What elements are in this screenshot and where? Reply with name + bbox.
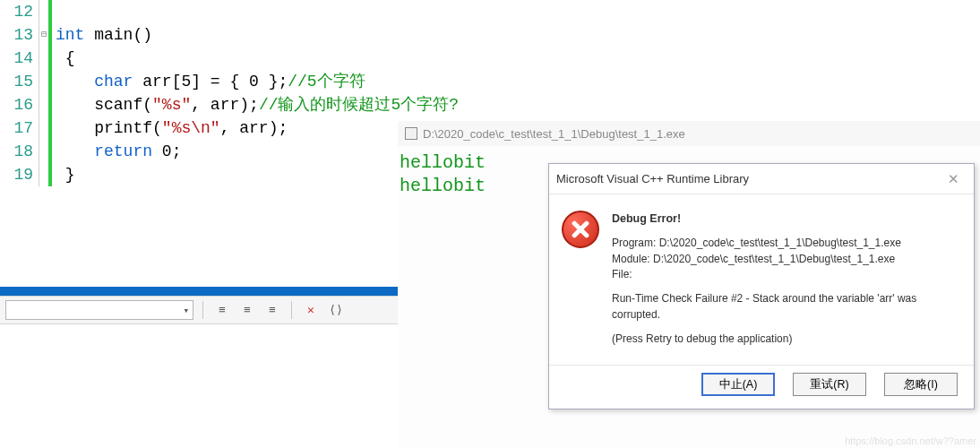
code-line: [56, 0, 459, 23]
clear-button[interactable]: ✕: [301, 300, 321, 320]
fold-toggle-icon[interactable]: ⊟: [39, 23, 48, 47]
code-line: {: [56, 47, 459, 70]
line-number: 12: [0, 0, 33, 23]
output-filter-dropdown[interactable]: ▾: [5, 300, 193, 320]
toolbar-separator: [202, 301, 203, 319]
code-line: char arr[5] = { 0 };//5个字符: [56, 70, 459, 93]
dialog-retry-hint: (Press Retry to debug the application): [612, 332, 961, 347]
close-button[interactable]: ✕: [940, 168, 967, 190]
ignore-button[interactable]: 忽略(I): [884, 373, 958, 396]
retry-button-label: 重试(R): [810, 377, 848, 392]
dialog-button-row: 中止(A) 重试(R) 忽略(I): [549, 365, 974, 409]
dialog-title-text: Microsoft Visual C++ Runtime Library: [556, 172, 749, 185]
error-icon: [562, 211, 599, 248]
line-number: 15: [0, 70, 33, 93]
line-number: 19: [0, 163, 33, 186]
dialog-titlebar[interactable]: Microsoft Visual C++ Runtime Library ✕: [549, 164, 974, 194]
code-line: scanf("%s", arr);//输入的时候超过5个字符?: [56, 93, 459, 116]
line-number: 13: [0, 23, 33, 47]
toolbar-button[interactable]: ≡: [237, 300, 257, 320]
dialog-module-line: Module: D:\2020_code\c_test\test_1_1\Deb…: [612, 252, 961, 267]
chevron-down-icon: ▾: [183, 305, 189, 316]
abort-button-label: 中止(A): [719, 377, 758, 392]
line-number-gutter: 12 13 14 15 16 17 18 19: [0, 0, 39, 186]
dialog-message: Debug Error! Program: D:\2020_code\c_tes…: [612, 211, 961, 356]
fold-margin: ⊟: [39, 0, 52, 186]
console-title-text: D:\2020_code\c_test\test_1_1\Debug\test_…: [423, 127, 685, 141]
dialog-program-line: Program: D:\2020_code\c_test\test_1_1\De…: [612, 236, 961, 251]
word-wrap-button[interactable]: ⟨⟩: [326, 300, 346, 320]
retry-button[interactable]: 重试(R): [793, 373, 866, 396]
line-number: 16: [0, 93, 33, 116]
toolbar-button[interactable]: ≡: [212, 300, 232, 320]
runtime-error-dialog: Microsoft Visual C++ Runtime Library ✕ D…: [548, 163, 975, 409]
line-number: 14: [0, 47, 33, 70]
abort-button[interactable]: 中止(A): [701, 373, 775, 396]
dialog-header: Debug Error!: [612, 211, 961, 227]
code-line: int main(): [56, 23, 459, 47]
dialog-error-text: Run-Time Check Failure #2 - Stack around…: [612, 291, 961, 323]
console-titlebar[interactable]: D:\2020_code\c_test\test_1_1\Debug\test_…: [398, 121, 980, 146]
close-icon: ✕: [948, 171, 959, 187]
dialog-body: Debug Error! Program: D:\2020_code\c_tes…: [549, 194, 974, 365]
dialog-file-line: File:: [612, 267, 961, 282]
toolbar-separator: [291, 301, 292, 319]
ignore-button-label: 忽略(I): [904, 377, 938, 392]
line-number: 18: [0, 140, 33, 163]
line-number: 17: [0, 116, 33, 140]
toolbar-button[interactable]: ≡: [262, 300, 282, 320]
watermark-text: https://blog.csdn.net/w??amer: [845, 435, 976, 446]
console-app-icon: [405, 127, 417, 140]
